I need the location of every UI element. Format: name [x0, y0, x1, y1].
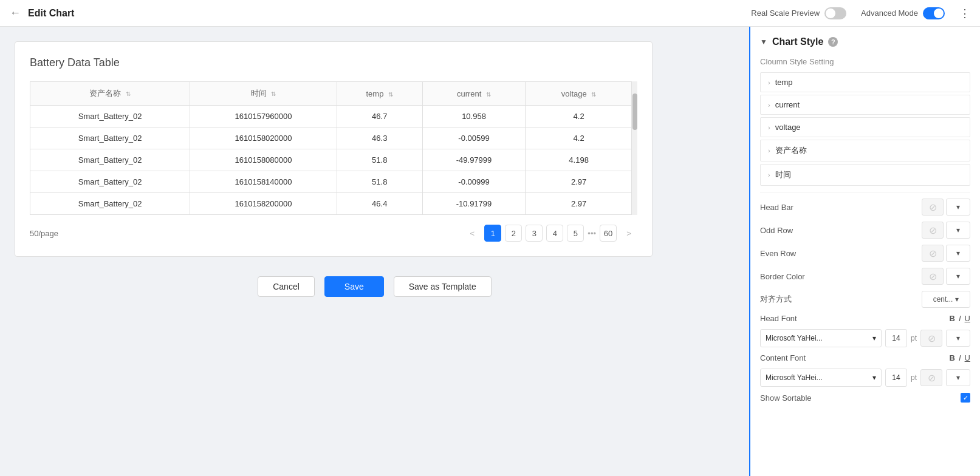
show-sortable-row: Show Sortable ✓ — [760, 393, 970, 403]
advanced-mode-toggle-group: Advanced Mode — [861, 7, 945, 19]
show-sortable-checkbox[interactable]: ✓ — [961, 393, 970, 403]
even-row-dropdown[interactable]: ▾ — [946, 245, 970, 262]
col-temp[interactable]: temp ⇅ — [337, 82, 422, 106]
no-color-icon: ⊘ — [929, 202, 937, 213]
table-scrollbar[interactable] — [631, 81, 637, 215]
col-current[interactable]: current ⇅ — [422, 82, 526, 106]
table-cell-temp: 51.8 — [337, 149, 422, 171]
head-font-family-row: Microsoft YaHei... ▾ 14 pt ⊘ ▾ — [760, 329, 970, 347]
table-cell-current: -0.00999 — [422, 171, 526, 193]
table-row: Smart_Battery_02161015820000046.4-10.917… — [30, 193, 637, 215]
even-row-row: Even Row ⊘ ▾ — [760, 245, 970, 262]
col-style-item[interactable]: › 时间 — [760, 164, 970, 186]
head-font-bold-btn[interactable]: B — [950, 314, 955, 323]
chevron-down-icon-cfc: ▾ — [956, 373, 960, 382]
page-prev-button[interactable]: < — [464, 225, 481, 242]
page-title: Edit Chart — [28, 8, 74, 19]
head-font-color-dropdown[interactable]: ▾ — [946, 330, 970, 347]
border-color-label: Border Color — [760, 272, 821, 281]
content-font-color-btn[interactable]: ⊘ — [920, 369, 942, 386]
alignment-dropdown[interactable]: cent... ▾ — [922, 291, 970, 308]
table-cell-asset: Smart_Battery_02 — [30, 106, 190, 127]
sort-icon-asset: ⇅ — [126, 90, 131, 97]
content-font-family-row: Microsoft YaHei... ▾ 14 pt ⊘ ▾ — [760, 369, 970, 387]
content-font-italic-btn[interactable]: I — [959, 353, 961, 362]
col-voltage[interactable]: voltage ⇅ — [526, 82, 637, 106]
page-ellipsis: ••• — [588, 229, 596, 238]
alignment-value: cent... — [933, 295, 953, 304]
real-scale-toggle-group: Real Scale Preview — [751, 7, 846, 19]
content-font-family-select[interactable]: Microsoft YaHei... ▾ — [760, 369, 882, 387]
chart-style-title: Chart Style — [772, 36, 823, 47]
table-cell-asset: Smart_Battery_02 — [30, 193, 190, 215]
head-font-italic-btn[interactable]: I — [959, 314, 961, 323]
content-font-size-input[interactable]: 14 — [885, 369, 907, 387]
col-time[interactable]: 时间 ⇅ — [190, 82, 337, 106]
chart-style-header: ▼ Chart Style ? — [760, 36, 970, 47]
col-style-item[interactable]: › current — [760, 95, 970, 115]
page-3-button[interactable]: 3 — [526, 225, 543, 242]
head-font-color-btn[interactable]: ⊘ — [920, 330, 942, 347]
head-font-underline-btn[interactable]: U — [965, 314, 970, 323]
page-next-button[interactable]: > — [620, 225, 637, 242]
page-1-button[interactable]: 1 — [484, 225, 501, 242]
border-color-dropdown[interactable]: ▾ — [946, 268, 970, 285]
cancel-button[interactable]: Cancel — [258, 276, 315, 297]
content-font-family-value: Microsoft YaHei... — [766, 373, 823, 382]
page-5-button[interactable]: 5 — [567, 225, 584, 242]
table-cell-asset: Smart_Battery_02 — [30, 149, 190, 171]
chevron-down-icon-hfc: ▾ — [956, 334, 960, 342]
table-cell-time: 1610158080000 — [190, 149, 337, 171]
no-color-icon-border: ⊘ — [929, 271, 937, 282]
head-bar-color-btn[interactable]: ⊘ — [922, 199, 944, 216]
content-font-label: Content Font — [760, 353, 821, 362]
content-font-underline-btn[interactable]: U — [965, 353, 970, 362]
table-row: Smart_Battery_02161015814000051.8-0.0099… — [30, 171, 637, 193]
alignment-label: 对齐方式 — [760, 294, 821, 305]
border-color-btn[interactable]: ⊘ — [922, 268, 944, 285]
head-bar-control: ⊘ ▾ — [821, 199, 970, 216]
settings-icon[interactable]: ⋮ — [959, 7, 970, 20]
head-font-family-select[interactable]: Microsoft YaHei... ▾ — [760, 329, 882, 347]
table-cell-asset: Smart_Battery_02 — [30, 171, 190, 193]
left-area: Battery Data Table 资产名称 ⇅ 时间 ⇅ temp ⇅ cu… — [0, 27, 749, 476]
per-page-label: 50/page — [30, 229, 58, 238]
table-header: 资产名称 ⇅ 时间 ⇅ temp ⇅ current ⇅ voltage ⇅ — [30, 82, 637, 106]
table-cell-time: 1610158140000 — [190, 171, 337, 193]
head-bar-dropdown[interactable]: ▾ — [946, 199, 970, 216]
head-font-size-input[interactable]: 14 — [885, 329, 907, 347]
chevron-down-icon-even: ▾ — [956, 249, 960, 257]
head-font-label: Head Font — [760, 314, 821, 323]
col-style-item[interactable]: › voltage — [760, 117, 970, 137]
chevron-down-icon: ▼ — [760, 38, 767, 46]
back-button[interactable]: ← — [10, 7, 21, 19]
save-button[interactable]: Save — [324, 276, 384, 297]
chart-title: Battery Data Table — [30, 56, 637, 69]
save-template-button[interactable]: Save as Template — [394, 276, 492, 297]
header-controls: Real Scale Preview Advanced Mode ⋮ — [751, 7, 970, 20]
content-font-row: Content Font B I U — [760, 353, 970, 362]
sort-icon-temp: ⇅ — [388, 91, 393, 98]
bottom-actions: Cancel Save Save as Template — [15, 276, 735, 297]
col-style-name: 时间 — [775, 169, 791, 180]
show-sortable-control: ✓ — [821, 393, 970, 403]
page-2-button[interactable]: 2 — [505, 225, 522, 242]
show-sortable-label: Show Sortable — [760, 393, 821, 403]
odd-row-dropdown[interactable]: ▾ — [946, 222, 970, 239]
col-style-item[interactable]: › 资产名称 — [760, 140, 970, 162]
advanced-mode-toggle[interactable] — [923, 7, 945, 19]
real-scale-toggle[interactable] — [824, 7, 846, 19]
even-row-color-btn[interactable]: ⊘ — [922, 245, 944, 262]
page-4-button[interactable]: 4 — [546, 225, 563, 242]
odd-row-color-btn[interactable]: ⊘ — [922, 222, 944, 239]
table-cell-current: -0.00599 — [422, 127, 526, 149]
odd-row-label: Odd Row — [760, 226, 821, 235]
col-asset[interactable]: 资产名称 ⇅ — [30, 82, 190, 106]
even-row-control: ⊘ ▾ — [821, 245, 970, 262]
content-font-color-dropdown[interactable]: ▾ — [946, 369, 970, 386]
header: ← Edit Chart Real Scale Preview Advanced… — [0, 0, 980, 27]
content-font-bold-btn[interactable]: B — [950, 353, 955, 362]
page-60-button[interactable]: 60 — [600, 225, 617, 242]
help-icon[interactable]: ? — [828, 37, 838, 47]
col-style-item[interactable]: › temp — [760, 72, 970, 92]
